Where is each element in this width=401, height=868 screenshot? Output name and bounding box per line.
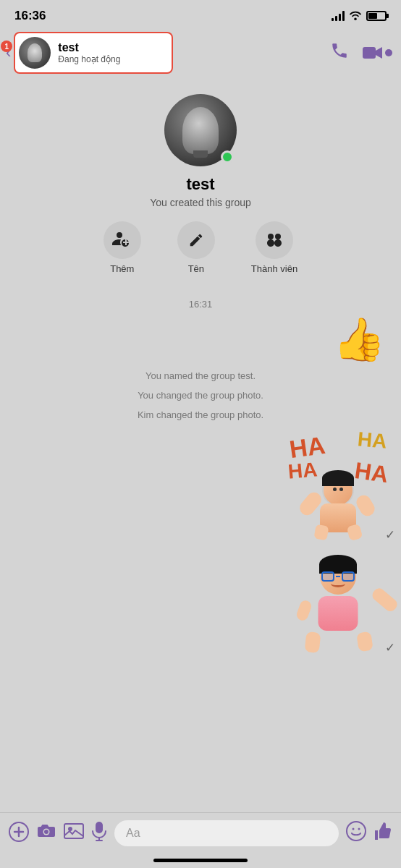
thumb-up-emoji: 👍 <box>333 318 385 360</box>
input-placeholder: Aa <box>126 827 140 840</box>
video-call-icon[interactable] <box>362 45 392 61</box>
svg-rect-6 <box>96 822 103 833</box>
status-icons <box>332 10 387 22</box>
signal-icon <box>332 11 345 21</box>
phone-call-icon[interactable] <box>330 41 349 64</box>
emoji-icon[interactable] <box>346 821 366 846</box>
svg-point-3 <box>44 830 48 834</box>
haha-sticker: HA HA HA HA <box>284 427 392 540</box>
character-body <box>302 475 374 540</box>
wave-sticker <box>291 551 385 652</box>
plus-icon[interactable] <box>9 822 29 846</box>
chat-area: 👍 You named the group test. You changed … <box>0 318 401 710</box>
action-edit-label: Tên <box>188 263 204 274</box>
haha-sticker-row: HA HA HA HA <box>9 427 392 540</box>
contact-status: Đang hoạt động <box>58 54 120 64</box>
character-2 <box>291 551 385 652</box>
profile-subtitle: You created this group <box>150 197 251 208</box>
contact-text: test Đang hoạt động <box>58 41 120 64</box>
contact-info-box[interactable]: test Đang hoạt động <box>14 32 173 74</box>
contact-name: test <box>58 41 120 54</box>
action-members-label: Thành viên <box>251 263 297 274</box>
ha2: HA <box>356 427 387 453</box>
action-members[interactable]: Thành viên <box>251 221 297 274</box>
svg-point-9 <box>347 822 366 841</box>
members-icon <box>256 221 293 259</box>
message-input[interactable]: Aa <box>114 820 339 846</box>
mic-icon[interactable] <box>91 821 107 846</box>
system-msg-3: Kim changed the group photo. <box>9 408 392 422</box>
read-receipt-1: ✓ <box>385 527 395 542</box>
wave-sticker-row: ✓ <box>9 551 385 652</box>
header: ‹ 1 test Đang hoạt động <box>0 27 401 80</box>
header-actions <box>330 41 392 64</box>
system-msg-2: You changed the group photo. <box>9 388 392 402</box>
svg-point-11 <box>358 827 360 830</box>
battery-icon <box>366 11 387 21</box>
photo-icon[interactable] <box>64 822 84 845</box>
status-time: 16:36 <box>14 9 46 23</box>
edit-icon <box>177 221 215 259</box>
action-buttons: Thêm Tên Thành viên <box>104 221 297 274</box>
action-edit-name[interactable]: Tên <box>177 221 215 274</box>
read-receipt-2: ✓ <box>385 640 395 655</box>
svg-rect-0 <box>363 47 376 59</box>
status-bar: 16:36 <box>0 0 401 27</box>
chat-timestamp: 16:31 <box>0 292 401 318</box>
home-indicator <box>153 859 248 862</box>
svg-point-10 <box>353 827 355 830</box>
system-msg-1: You named the group test. <box>9 369 392 383</box>
svg-point-5 <box>68 827 72 831</box>
video-dot <box>385 49 392 56</box>
wifi-icon <box>349 10 362 22</box>
add-member-icon <box>104 221 141 259</box>
thumb-up-message: 👍 <box>9 318 385 360</box>
avatar-large-wrap <box>164 94 237 166</box>
action-add-label: Thêm <box>110 263 134 274</box>
profile-name: test <box>186 175 214 194</box>
camera-icon[interactable] <box>36 822 56 844</box>
avatar-bulb-large <box>182 107 219 154</box>
profile-section: test You created this group Thêm Tên <box>0 80 401 292</box>
contact-avatar-small <box>19 37 51 69</box>
thumb-icon[interactable] <box>373 821 392 846</box>
action-add-member[interactable]: Thêm <box>104 221 141 274</box>
back-button[interactable]: ‹ 1 <box>6 43 11 62</box>
online-indicator <box>221 150 234 163</box>
